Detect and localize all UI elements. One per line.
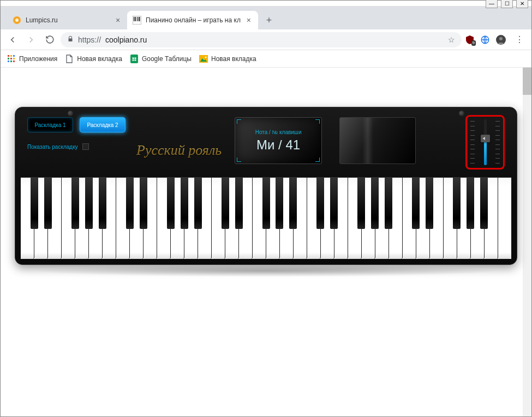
- volume-track[interactable]: [484, 119, 487, 165]
- apps-icon: [7, 55, 16, 63]
- favicon-piano: [133, 16, 141, 25]
- svg-rect-12: [13, 55, 15, 57]
- svg-rect-13: [8, 58, 9, 59]
- layout-2-button[interactable]: Раскладка 2: [80, 117, 125, 132]
- black-key[interactable]: [262, 177, 270, 229]
- note-value: Ми / 41: [256, 137, 300, 153]
- menu-button[interactable]: ⋮: [512, 32, 527, 47]
- close-icon[interactable]: ×: [245, 16, 253, 24]
- volume-control: [465, 115, 505, 170]
- favicon-lumpics: [13, 16, 21, 25]
- black-key[interactable]: [235, 177, 243, 229]
- bookmark-apps[interactable]: Приложения: [7, 55, 57, 63]
- white-key[interactable]: [498, 178, 511, 259]
- black-key[interactable]: [167, 177, 175, 229]
- star-icon[interactable]: ☆: [448, 35, 455, 44]
- svg-rect-15: [13, 58, 15, 59]
- black-key[interactable]: [71, 177, 79, 229]
- tab-title: Пианино онлайн – играть на кл: [146, 16, 241, 24]
- page-icon: [65, 55, 74, 63]
- ublock-icon[interactable]: 9: [465, 35, 475, 45]
- bookmark-sheets[interactable]: Google Таблицы: [130, 55, 192, 63]
- sheets-icon: [130, 55, 139, 63]
- svg-rect-5: [138, 17, 139, 21]
- bookmark-label: Приложения: [19, 55, 57, 63]
- black-key[interactable]: [453, 177, 461, 229]
- black-key[interactable]: [194, 177, 202, 229]
- scrollbar-thumb[interactable]: [523, 68, 531, 95]
- ublock-badge: 9: [471, 40, 476, 46]
- url-host: coolpiano.ru: [105, 35, 147, 44]
- close-icon[interactable]: ×: [114, 16, 122, 24]
- black-key[interactable]: [126, 177, 134, 229]
- note-display: Нота / № клавиши Ми / 41: [235, 117, 322, 164]
- bookmarks-bar: Приложения Новая вкладка Google Таблицы …: [1, 50, 531, 68]
- black-key[interactable]: [276, 177, 283, 229]
- window-titlebar: — ☐ ✕: [1, 1, 531, 7]
- black-key[interactable]: [371, 177, 379, 229]
- address-bar[interactable]: https://coolpiano.ru ☆: [61, 32, 462, 47]
- layout-1-button[interactable]: Раскладка 1: [27, 117, 73, 132]
- page-content: Раскладка 1 Раскладка 2 Показать расклад…: [1, 68, 531, 416]
- toolbar: https://coolpiano.ru ☆ 9 ⋮: [1, 29, 531, 50]
- reload-button[interactable]: [42, 32, 57, 47]
- avatar[interactable]: [493, 32, 509, 47]
- black-key[interactable]: [330, 177, 338, 229]
- black-key[interactable]: [181, 177, 188, 229]
- svg-rect-4: [135, 17, 136, 21]
- lock-icon: [67, 35, 74, 44]
- globe-icon[interactable]: [480, 35, 490, 45]
- indent-right: [459, 111, 464, 116]
- black-key[interactable]: [289, 177, 297, 229]
- indent-left: [68, 111, 73, 116]
- volume-handle[interactable]: [481, 135, 490, 142]
- window-controls: — ☐ ✕: [486, 0, 528, 8]
- svg-point-26: [205, 56, 206, 58]
- note-label: Нота / № клавиши: [255, 129, 302, 135]
- black-key[interactable]: [140, 177, 147, 229]
- svg-point-1: [15, 19, 19, 22]
- svg-rect-11: [10, 55, 12, 57]
- black-key[interactable]: [316, 177, 324, 229]
- brand-label: Русский рояль: [136, 142, 222, 159]
- svg-point-9: [499, 37, 503, 40]
- black-key[interactable]: [44, 177, 52, 229]
- svg-rect-14: [10, 58, 12, 59]
- svg-rect-10: [8, 55, 9, 57]
- black-key[interactable]: [467, 177, 474, 229]
- bookmark-label: Google Таблицы: [142, 55, 192, 63]
- bookmark-newtab[interactable]: Новая вкладка: [65, 55, 122, 63]
- black-key[interactable]: [85, 177, 93, 229]
- secondary-screen: [339, 117, 416, 164]
- black-key[interactable]: [480, 177, 488, 229]
- svg-rect-6: [139, 17, 140, 21]
- svg-rect-16: [8, 61, 9, 62]
- maximize-button[interactable]: ☐: [501, 0, 513, 8]
- black-key[interactable]: [357, 177, 365, 229]
- back-button[interactable]: [5, 32, 20, 47]
- svg-rect-17: [10, 61, 12, 62]
- black-key[interactable]: [222, 177, 229, 229]
- forward-button[interactable]: [23, 32, 39, 47]
- tab-lumpics[interactable]: Lumpics.ru ×: [7, 11, 127, 29]
- black-key[interactable]: [385, 177, 392, 229]
- bookmark-label: Новая вкладка: [211, 55, 256, 63]
- piano-device: Раскладка 1 Раскладка 2 Показать расклад…: [15, 107, 517, 265]
- piano-shadow: [31, 265, 501, 277]
- black-key[interactable]: [426, 177, 433, 229]
- extension-icons: 9: [465, 35, 490, 45]
- browser-window: — ☐ ✕ Lumpics.ru × Пианино онлайн – игра…: [0, 0, 532, 417]
- scrollbar-track[interactable]: [523, 68, 531, 416]
- tab-coolpiano[interactable]: Пианино онлайн – играть на кл ×: [127, 11, 258, 29]
- new-tab-button[interactable]: +: [261, 13, 277, 28]
- black-key[interactable]: [31, 177, 38, 229]
- show-layout-label: Показать раскладку: [27, 144, 78, 150]
- bookmark-newtab2[interactable]: Новая вкладка: [199, 55, 256, 63]
- svg-rect-18: [13, 61, 15, 62]
- url-scheme: https://: [78, 35, 101, 44]
- black-key[interactable]: [412, 177, 420, 229]
- minimize-button[interactable]: —: [486, 0, 498, 8]
- close-button[interactable]: ✕: [516, 0, 528, 8]
- black-key[interactable]: [99, 177, 106, 229]
- show-layout-checkbox[interactable]: [82, 143, 89, 150]
